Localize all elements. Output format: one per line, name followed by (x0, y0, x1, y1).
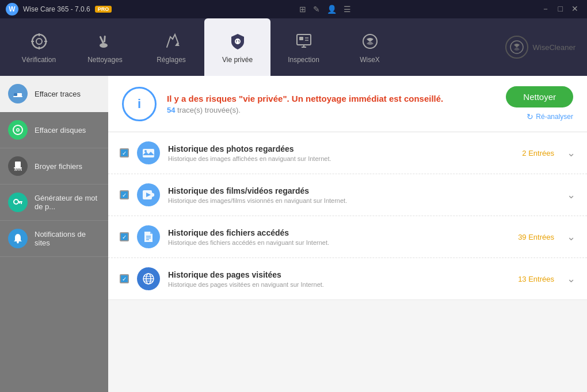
nav-item-nettoyages[interactable]: Nettoyages (72, 18, 138, 76)
svg-rect-23 (13, 96, 22, 97)
nav-label-vie-privee: Vie privée (222, 56, 253, 64)
table-row: Historique des fichiers accédés Historiq… (108, 216, 587, 258)
chevron-videos[interactable]: ⌄ (567, 189, 575, 201)
history-list: Historique des photos regardées Historiq… (108, 132, 587, 300)
photo-icon (137, 141, 160, 164)
alert-subtitle: 54 trace(s) trouvée(s). (167, 106, 495, 114)
chevron-fichiers[interactable]: ⌄ (567, 230, 575, 243)
nav-label-reglages: Réglages (157, 56, 186, 64)
nav-item-wisex[interactable]: WiseX (337, 18, 403, 76)
row-text-videos: Historique des films/vidéos regardés His… (168, 186, 546, 204)
sidebar-item-notifications[interactable]: Notifications de sites (0, 221, 108, 257)
row-title-pages: Historique des pages visitées (168, 270, 510, 279)
alert-title: Il y a des risques "vie privée". Un nett… (167, 94, 495, 103)
sidebar-label-notifications: Notifications de sites (35, 230, 100, 247)
nav-label-nettoyages: Nettoyages (87, 56, 123, 64)
trace-label: trace(s) trouvée(s). (177, 106, 241, 114)
sidebar-label-generateur: Générateur de mot de p... (35, 194, 100, 211)
svg-point-38 (17, 242, 19, 244)
svg-point-8 (100, 43, 108, 48)
sidebar-item-generateur[interactable]: Générateur de mot de p... (0, 185, 108, 221)
svg-rect-35 (21, 202, 22, 204)
sidebar-item-effacer-disques[interactable]: Effacer disques (0, 112, 108, 148)
checkbox-videos[interactable] (120, 190, 129, 199)
nav-label-verification: Vérification (22, 56, 56, 64)
nav-item-verification[interactable]: Vérification (6, 18, 72, 76)
checkbox-photos[interactable] (120, 148, 129, 157)
sidebar-item-effacer-traces[interactable]: Effacer traces (0, 76, 108, 112)
video-icon (137, 183, 160, 206)
row-desc-photos: Historique des images affichées en navig… (168, 155, 514, 162)
table-row: Historique des films/vidéos regardés His… (108, 174, 587, 216)
reanalyze-button[interactable]: Ré-analyser (527, 112, 573, 121)
sidebar-label-broyer-fichiers: Broyer fichiers (35, 162, 82, 171)
alert-text-block: Il y a des risques "vie privée". Un nett… (167, 94, 495, 114)
svg-line-32 (21, 168, 21, 171)
checkbox-fichiers[interactable] (120, 232, 129, 241)
svg-rect-28 (14, 167, 22, 168)
svg-rect-7 (103, 36, 105, 43)
wisex-icon (359, 30, 381, 52)
alert-bar: i Il y a des risques "vie privée". Un ne… (108, 76, 587, 132)
app-logo: W (6, 3, 18, 16)
svg-rect-16 (299, 37, 303, 40)
count-photos: 2 Entrées (522, 149, 554, 157)
sidebar: Effacer traces Effacer disques (0, 76, 108, 392)
row-desc-fichiers: Historique des fichiers accédés en navig… (168, 239, 510, 246)
row-desc-videos: Historique des images/films visionnés en… (168, 197, 546, 204)
checkbox-pages[interactable] (120, 274, 129, 283)
sidebar-label-effacer-disques: Effacer disques (35, 126, 86, 134)
minimize-button[interactable]: － (539, 4, 552, 14)
navbar: Vérification Nettoyages Réglages (0, 18, 587, 76)
main-layout: Effacer traces Effacer disques (0, 76, 587, 392)
titlebar-left: W Wise Care 365 - 7.0.6 PRO (6, 3, 112, 16)
key-icon (8, 193, 28, 212)
menu-icon[interactable]: ☰ (344, 5, 351, 14)
monitor-icon[interactable]: ⊞ (299, 5, 306, 14)
clean-button[interactable]: Nettoyer (506, 86, 573, 107)
row-text-fichiers: Historique des fichiers accédés Historiq… (168, 228, 510, 246)
window-controls: － □ ✕ (539, 4, 581, 14)
inspection-icon (293, 30, 315, 52)
close-button[interactable]: ✕ (569, 4, 581, 14)
eraser-icon (8, 84, 28, 103)
svg-rect-6 (99, 36, 104, 44)
maximize-button[interactable]: □ (555, 4, 566, 14)
row-text-pages: Historique des pages visitées Historique… (168, 270, 510, 288)
svg-point-11 (237, 39, 239, 41)
wisecleaner-circle-icon (505, 36, 528, 59)
nav-label-wisex: WiseX (360, 56, 380, 64)
content-area: i Il y a des risques "vie privée". Un ne… (108, 76, 587, 392)
nav-item-vie-privee[interactable]: Vie privée (204, 18, 270, 76)
info-icon: i (122, 87, 157, 121)
wisecleaner-logo: WiseCleaner (505, 18, 581, 76)
svg-point-33 (14, 199, 18, 204)
sidebar-item-broyer-fichiers[interactable]: Broyer fichiers (0, 148, 108, 185)
chevron-photos[interactable]: ⌄ (567, 147, 575, 159)
shred-icon (8, 156, 28, 176)
svg-text:i: i (138, 97, 141, 111)
svg-rect-13 (297, 34, 311, 45)
vie-privee-icon (227, 30, 249, 52)
nav-label-inspection: Inspection (288, 56, 319, 64)
titlebar-icons: ⊞ ✎ 👤 ☰ (299, 5, 351, 14)
nav-item-inspection[interactable]: Inspection (270, 18, 337, 76)
file-icon (137, 225, 160, 248)
count-fichiers: 39 Entrées (518, 233, 554, 241)
row-text-photos: Historique des photos regardées Historiq… (168, 144, 514, 162)
bell-icon (8, 229, 28, 248)
svg-rect-22 (14, 93, 17, 96)
edit-icon[interactable]: ✎ (313, 5, 320, 14)
titlebar: W Wise Care 365 - 7.0.6 PRO ⊞ ✎ 👤 ☰ － □ … (0, 0, 587, 18)
svg-point-1 (36, 39, 42, 44)
svg-point-0 (32, 34, 46, 48)
nav-item-reglages[interactable]: Réglages (138, 18, 204, 76)
chevron-pages[interactable]: ⌄ (567, 272, 575, 285)
person-icon[interactable]: 👤 (327, 5, 337, 14)
svg-line-29 (15, 168, 16, 171)
svg-rect-36 (19, 202, 20, 203)
svg-marker-9 (175, 43, 180, 46)
nettoyages-icon (94, 30, 116, 52)
svg-point-42 (144, 150, 147, 152)
svg-line-30 (17, 168, 17, 171)
